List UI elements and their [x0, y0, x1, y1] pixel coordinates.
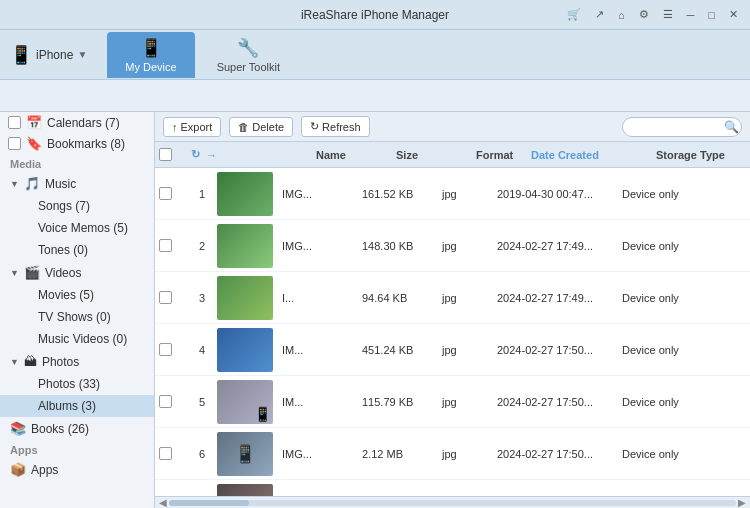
- row6-name: IMG...: [282, 448, 362, 460]
- row1-thumb: [217, 172, 273, 216]
- scrollbar-thumb[interactable]: [169, 500, 249, 506]
- export-icon: ↑: [172, 121, 178, 133]
- sidebar-item-music[interactable]: ▼ 🎵 Music: [0, 172, 154, 195]
- photos-collapse-icon[interactable]: ▼: [10, 357, 19, 367]
- export-button[interactable]: ↑ Export: [163, 117, 221, 137]
- file-header-row: ↻ → Name Size Format Date Created Storag…: [155, 142, 750, 168]
- sidebar-item-photos-parent[interactable]: ▼ 🏔 Photos: [0, 350, 154, 373]
- sidebar-item-music-videos[interactable]: Music Videos (0): [0, 328, 154, 350]
- row6-format: jpg: [442, 448, 497, 460]
- header-arrow-icon[interactable]: →: [206, 149, 217, 161]
- row5-checkbox[interactable]: [159, 395, 172, 408]
- table-row[interactable]: 6 📱 IMG... 2.12 MB jpg 2024-02-27 17:50.…: [155, 428, 750, 480]
- export-label: Export: [181, 121, 213, 133]
- minimize-icon[interactable]: ─: [683, 7, 699, 23]
- sidebar-item-tv-shows[interactable]: TV Shows (0): [0, 306, 154, 328]
- sidebar-item-voice-memos[interactable]: Voice Memos (5): [0, 217, 154, 239]
- sidebar-item-movies[interactable]: Movies (5): [0, 284, 154, 306]
- apps-section-label: Apps: [0, 440, 154, 458]
- books-icon: 📚: [10, 421, 26, 436]
- row5-name: IM...: [282, 396, 362, 408]
- row2-storage: Device only: [622, 240, 712, 252]
- row1-checkbox[interactable]: [159, 187, 172, 200]
- tab-my-device[interactable]: 📱 My Device: [107, 32, 194, 78]
- row6-checkbox[interactable]: [159, 447, 172, 460]
- row5-thumb: 📱: [217, 380, 273, 424]
- row2-checkbox[interactable]: [159, 239, 172, 252]
- row1-format: jpg: [442, 188, 497, 200]
- media-section-label: Media: [0, 154, 154, 172]
- row7-thumb: 🤲: [217, 484, 273, 497]
- device-dropdown-arrow[interactable]: ▼: [77, 49, 87, 60]
- sidebar-item-tones[interactable]: Tones (0): [0, 239, 154, 261]
- row5-format: jpg: [442, 396, 497, 408]
- sidebar-item-bookmarks[interactable]: 🔖 Bookmarks (8): [0, 133, 154, 154]
- row1-name: IMG...: [282, 188, 362, 200]
- table-row[interactable]: 4 IM... 451.24 KB jpg 2024-02-27 17:50..…: [155, 324, 750, 376]
- albums-label: Albums (3): [38, 399, 96, 413]
- cart-icon[interactable]: 🛒: [563, 6, 585, 23]
- horizontal-scrollbar[interactable]: ◀ ▶: [155, 496, 750, 508]
- table-row[interactable]: 1 IMG... 161.52 KB jpg 2019-04-30 00:47.…: [155, 168, 750, 220]
- sidebar-item-apps[interactable]: 📦 Apps: [0, 458, 154, 481]
- row1-num: 1: [187, 188, 217, 200]
- home-icon[interactable]: ⌂: [614, 7, 629, 23]
- sidebar-item-albums[interactable]: Albums (3): [0, 395, 154, 417]
- header-name[interactable]: Name: [316, 149, 396, 161]
- music-videos-label: Music Videos (0): [38, 332, 127, 346]
- row2-size: 148.30 KB: [362, 240, 442, 252]
- sidebar-item-songs[interactable]: Songs (7): [0, 195, 154, 217]
- table-row[interactable]: 5 📱 IM... 115.79 KB jpg 2024-02-27 17:50…: [155, 376, 750, 428]
- settings-icon[interactable]: ⚙: [635, 6, 653, 23]
- row4-checkbox[interactable]: [159, 343, 172, 356]
- tab-super-toolkit[interactable]: 🔧 Super Toolkit: [199, 32, 298, 78]
- row1-date: 2019-04-30 00:47...: [497, 188, 622, 200]
- search-icon: 🔍: [724, 120, 739, 134]
- sidebar-item-books[interactable]: 📚 Books (26): [0, 417, 154, 440]
- row1-size: 161.52 KB: [362, 188, 442, 200]
- search-box[interactable]: 🔍: [622, 117, 742, 137]
- app-title: iReaShare iPhone Manager: [301, 8, 449, 22]
- row3-format: jpg: [442, 292, 497, 304]
- search-input[interactable]: [629, 121, 724, 133]
- videos-collapse-icon[interactable]: ▼: [10, 268, 19, 278]
- row4-storage: Device only: [622, 344, 712, 356]
- scroll-right-btn[interactable]: ▶: [736, 497, 748, 508]
- super-toolkit-icon: 🔧: [237, 37, 259, 59]
- table-row[interactable]: 3 I... 94.64 KB jpg 2024-02-27 17:49... …: [155, 272, 750, 324]
- close-icon[interactable]: ✕: [725, 6, 742, 23]
- main-layout: 📅 Calendars (7) 🔖 Bookmarks (8) Media ▼ …: [0, 112, 750, 508]
- table-row[interactable]: 7 🤲 IM... 1.05 MB jpg 2024-02-27 17:50..…: [155, 480, 750, 496]
- refresh-button[interactable]: ↻ Refresh: [301, 116, 370, 137]
- sidebar-item-photos-sub[interactable]: Photos (33): [0, 373, 154, 395]
- select-all-checkbox[interactable]: [159, 148, 172, 161]
- row4-date: 2024-02-27 17:50...: [497, 344, 622, 356]
- row3-name: I...: [282, 292, 362, 304]
- header-size[interactable]: Size: [396, 149, 476, 161]
- menu-icon[interactable]: ☰: [659, 6, 677, 23]
- sidebar-item-videos[interactable]: ▼ 🎬 Videos: [0, 261, 154, 284]
- header-storage[interactable]: Storage Type: [656, 149, 746, 161]
- movies-label: Movies (5): [38, 288, 94, 302]
- calendars-icon: 📅: [26, 115, 42, 130]
- row2-thumb: [217, 224, 273, 268]
- table-row[interactable]: 2 IMG... 148.30 KB jpg 2024-02-27 17:49.…: [155, 220, 750, 272]
- row3-date: 2024-02-27 17:49...: [497, 292, 622, 304]
- header-refresh-icon[interactable]: ↻: [191, 148, 200, 161]
- row3-checkbox[interactable]: [159, 291, 172, 304]
- apps-label: Apps: [31, 463, 58, 477]
- sidebar-item-calendars[interactable]: 📅 Calendars (7): [0, 112, 154, 133]
- header-format[interactable]: Format: [476, 149, 531, 161]
- row4-thumb: [217, 328, 273, 372]
- bookmarks-checkbox[interactable]: [8, 137, 21, 150]
- calendars-checkbox[interactable]: [8, 116, 21, 129]
- music-collapse-icon[interactable]: ▼: [10, 179, 19, 189]
- scroll-left-btn[interactable]: ◀: [157, 497, 169, 508]
- scrollbar-track[interactable]: [169, 500, 736, 506]
- header-check: [159, 148, 187, 161]
- delete-button[interactable]: 🗑 Delete: [229, 117, 293, 137]
- header-date[interactable]: Date Created: [531, 149, 656, 161]
- maximize-icon[interactable]: □: [704, 7, 719, 23]
- share-icon[interactable]: ↗: [591, 6, 608, 23]
- tab-my-device-label: My Device: [125, 61, 176, 73]
